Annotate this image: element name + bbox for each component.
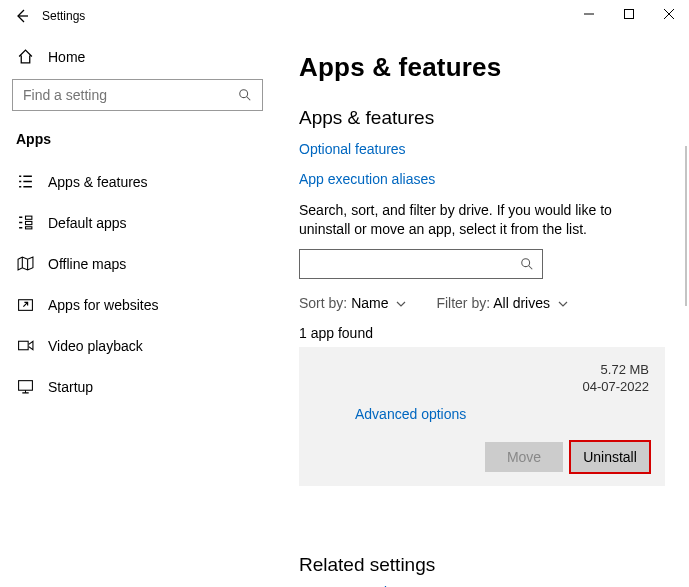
svg-point-4 xyxy=(240,90,248,98)
svg-rect-7 xyxy=(25,221,31,224)
close-button[interactable] xyxy=(649,0,689,28)
chevron-down-icon xyxy=(558,300,568,308)
related-settings-heading: Related settings xyxy=(299,554,665,576)
sidebar-home[interactable]: Home xyxy=(0,42,275,75)
sidebar-item-label: Apps & features xyxy=(48,174,148,190)
minimize-icon xyxy=(584,9,594,19)
app-size: 5.72 MB xyxy=(583,361,650,379)
app-execution-aliases-link[interactable]: App execution aliases xyxy=(299,171,665,187)
advanced-options-link[interactable]: Advanced options xyxy=(315,396,649,442)
chevron-down-icon xyxy=(396,300,406,308)
search-icon xyxy=(520,257,534,271)
app-list-item[interactable]: 5.72 MB 04-07-2022 Advanced options Move… xyxy=(299,347,665,486)
sidebar-item-offline-maps[interactable]: Offline maps xyxy=(0,243,275,284)
home-icon xyxy=(16,48,34,65)
app-search-box[interactable] xyxy=(299,249,543,279)
sidebar: Home Apps Apps & features Default apps O… xyxy=(0,32,275,587)
minimize-button[interactable] xyxy=(569,0,609,28)
video-icon xyxy=(16,337,34,354)
search-icon xyxy=(238,88,252,102)
sidebar-item-video-playback[interactable]: Video playback xyxy=(0,325,275,366)
sidebar-item-label: Default apps xyxy=(48,215,127,231)
app-count: 1 app found xyxy=(299,325,665,341)
find-setting-input[interactable] xyxy=(23,87,238,103)
svg-point-14 xyxy=(522,259,530,267)
find-setting-search[interactable] xyxy=(12,79,263,111)
sidebar-item-apps-features[interactable]: Apps & features xyxy=(0,161,275,202)
list-icon xyxy=(16,173,34,190)
optional-features-link[interactable]: Optional features xyxy=(299,141,665,157)
sidebar-item-default-apps[interactable]: Default apps xyxy=(0,202,275,243)
defaults-icon xyxy=(16,214,34,231)
filter-by-dropdown[interactable]: Filter by: All drives xyxy=(436,295,568,311)
scrollbar[interactable] xyxy=(685,146,687,306)
sidebar-item-apps-websites[interactable]: Apps for websites xyxy=(0,284,275,325)
map-icon xyxy=(16,255,34,272)
svg-rect-6 xyxy=(25,216,31,219)
maximize-button[interactable] xyxy=(609,0,649,28)
move-button: Move xyxy=(485,442,563,472)
back-button[interactable] xyxy=(6,0,38,32)
filter-value: All drives xyxy=(493,295,550,311)
svg-rect-10 xyxy=(18,341,28,350)
section-description: Search, sort, and filter by drive. If yo… xyxy=(299,201,665,239)
content-pane: Apps & features Apps & features Optional… xyxy=(275,32,689,587)
window-title: Settings xyxy=(42,9,85,23)
sort-by-dropdown[interactable]: Sort by: Name xyxy=(299,295,406,311)
open-external-icon xyxy=(16,296,34,313)
svg-rect-11 xyxy=(18,381,32,391)
page-title: Apps & features xyxy=(299,52,665,83)
sidebar-item-label: Video playback xyxy=(48,338,143,354)
svg-line-15 xyxy=(529,266,533,270)
app-date: 04-07-2022 xyxy=(583,378,650,396)
sort-value: Name xyxy=(351,295,388,311)
sidebar-home-label: Home xyxy=(48,49,85,65)
sidebar-section-header: Apps xyxy=(0,125,275,161)
sort-label: Sort by: xyxy=(299,295,347,311)
arrow-left-icon xyxy=(15,9,29,23)
startup-icon xyxy=(16,378,34,395)
section-heading: Apps & features xyxy=(299,107,665,129)
sidebar-item-label: Startup xyxy=(48,379,93,395)
maximize-icon xyxy=(624,9,634,19)
sidebar-item-startup[interactable]: Startup xyxy=(0,366,275,407)
svg-line-5 xyxy=(247,97,251,101)
window-controls xyxy=(569,0,689,28)
filter-label: Filter by: xyxy=(436,295,490,311)
svg-rect-8 xyxy=(25,227,31,229)
sidebar-item-label: Offline maps xyxy=(48,256,126,272)
sidebar-item-label: Apps for websites xyxy=(48,297,159,313)
uninstall-button[interactable]: Uninstall xyxy=(571,442,649,472)
svg-rect-1 xyxy=(625,10,634,19)
close-icon xyxy=(664,9,674,19)
